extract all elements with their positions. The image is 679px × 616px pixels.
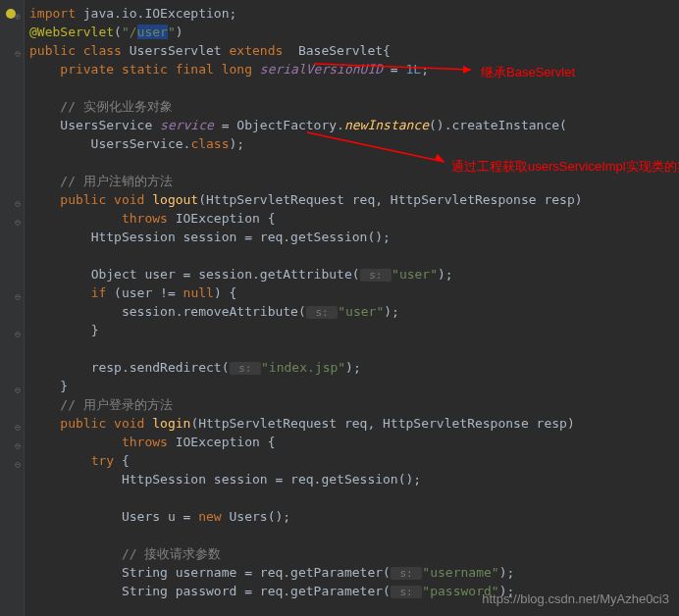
code-editor[interactable]: import java.io.IOException; @WebServlet(… (0, 0, 679, 600)
code-line: UsersService service = ObjectFactory.new… (29, 116, 679, 134)
code-line: try { (29, 451, 679, 470)
code-line (29, 246, 679, 265)
annotation-label: 通过工程获取usersServiceImpl实现类的实例对象 (451, 157, 679, 176)
code-line: public class UsersServlet extends BaseSe… (29, 41, 679, 60)
code-line: HttpSession session = req.getSession(); (29, 228, 679, 246)
code-line: // 用户登录的方法 (29, 395, 679, 414)
code-line (29, 488, 679, 507)
code-line: Users u = new Users(); (29, 507, 679, 526)
code-line: String username = req.getParameter( s: "… (29, 563, 679, 582)
code-line: public void logout(HttpServletRequest re… (29, 190, 679, 209)
annotation-label: 继承BaseServlet (481, 63, 575, 81)
code-line: if (user != null) { (29, 283, 679, 302)
code-line: import java.io.IOException; (29, 4, 679, 23)
code-line: HttpSession session = req.getSession(); (29, 470, 679, 488)
code-line: // 实例化业务对象 (29, 97, 679, 116)
code-line: // 接收请求参数 (29, 544, 679, 563)
code-line: UsersService.class); (29, 134, 679, 153)
code-line (29, 339, 679, 358)
code-line (29, 526, 679, 544)
code-line: session.removeAttribute( s: "user"); (29, 302, 679, 321)
code-line: public void login(HttpServletRequest req… (29, 414, 679, 433)
code-line: } (29, 377, 679, 395)
code-line: @WebServlet("/user") (29, 23, 679, 41)
code-line: } (29, 321, 679, 339)
code-line (29, 78, 679, 97)
code-line: throws IOException { (29, 209, 679, 228)
code-line: resp.sendRedirect( s: "index.jsp"); (29, 358, 679, 377)
watermark: https://blog.csdn.net/MyAzhe0ci3 (482, 590, 669, 608)
code-line: Object user = session.getAttribute( s: "… (29, 265, 679, 283)
code-line: private static final long serialVersionU… (29, 60, 679, 78)
code-line: throws IOException { (29, 433, 679, 451)
